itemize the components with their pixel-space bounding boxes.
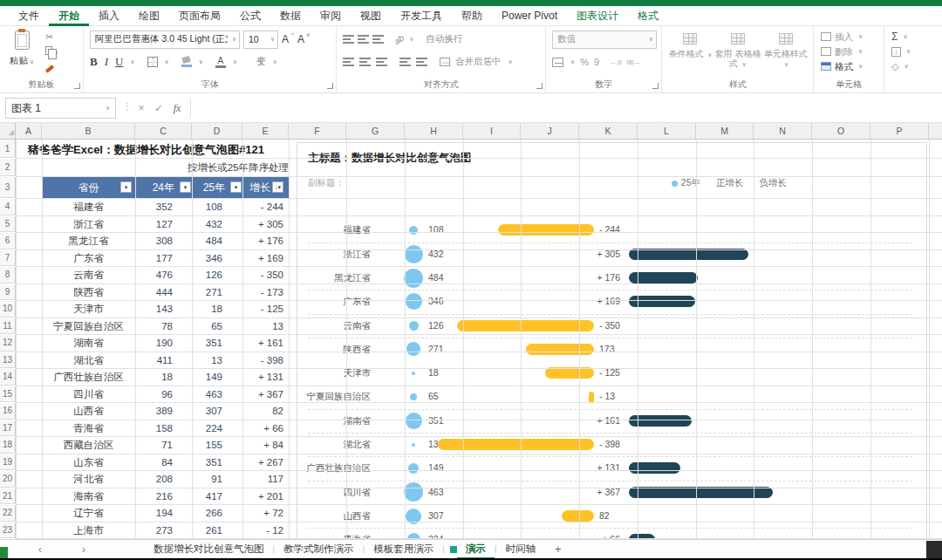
row-header-8[interactable]: 8 xyxy=(0,267,16,283)
dialog-launcher-icon[interactable] xyxy=(536,83,543,89)
row-header-15[interactable]: 15 xyxy=(0,386,16,403)
column-header-B[interactable]: B xyxy=(42,123,135,139)
cell-25year[interactable]: 271 xyxy=(192,284,222,302)
cell-25year[interactable]: 417 xyxy=(192,488,222,506)
chart-bubble[interactable] xyxy=(409,321,419,331)
legend-item-negative[interactable]: 负增长 xyxy=(760,177,788,189)
chart-bar-positive[interactable] xyxy=(629,296,695,307)
ribbon-tab-帮助[interactable]: 帮助 xyxy=(452,6,492,26)
align-bottom-icon[interactable] xyxy=(372,35,384,44)
chart-bar-positive[interactable] xyxy=(629,462,680,474)
ribbon-tab-公式[interactable]: 公式 xyxy=(230,6,270,26)
autosum-button[interactable]: Σ ∨ xyxy=(891,31,911,43)
row-header-2[interactable]: 2 xyxy=(0,159,16,176)
cell-province[interactable]: 山西省 xyxy=(42,403,135,420)
column-header-P[interactable]: P xyxy=(870,123,929,139)
align-top-icon[interactable] xyxy=(343,35,354,44)
row-header-6[interactable]: 6 xyxy=(0,233,16,249)
font-size-combo[interactable]: 10 ∨ xyxy=(243,31,278,49)
cell-province[interactable]: 福建省 xyxy=(42,199,135,216)
cell-province[interactable]: 宁夏回族自治区 xyxy=(42,318,135,336)
cell-24year[interactable]: 411 xyxy=(135,352,173,370)
cell-province[interactable]: 湖北省 xyxy=(42,352,135,370)
filter-icon[interactable]: ↓▾ xyxy=(272,181,283,193)
formula-bar-drag-handle[interactable]: ⋮ xyxy=(122,100,133,113)
cell-growth[interactable]: + 66 xyxy=(242,420,283,438)
format-cells-button[interactable]: 格式 ∨ xyxy=(821,60,863,72)
underline-button[interactable]: U xyxy=(115,55,123,69)
wrap-text-button[interactable]: 自动换行 xyxy=(426,33,462,45)
align-right-icon[interactable] xyxy=(376,58,387,66)
sheet-tab-模板套用演示[interactable]: 模板套用演示 xyxy=(365,540,442,559)
ribbon-tab-视图[interactable]: 视图 xyxy=(351,6,391,26)
fill-button[interactable]: ↓ ∨ xyxy=(891,45,911,58)
cell-province[interactable]: 上海市 xyxy=(42,522,135,540)
conditional-format-button[interactable]: 条件格式 ∨ xyxy=(666,32,714,69)
sheet-tab-演示[interactable]: 演示 xyxy=(457,540,495,559)
decrease-decimal-button[interactable]: 00→ xyxy=(626,58,639,66)
merge-center-button[interactable]: 合并后居中 xyxy=(455,56,502,68)
cell-province[interactable]: 浙江省 xyxy=(42,216,135,234)
borders-icon[interactable] xyxy=(147,57,158,67)
cell-growth[interactable]: + 161 xyxy=(242,335,283,352)
cell-24year[interactable]: 208 xyxy=(135,471,173,488)
cell-styles-button[interactable]: 单元格样式 ∨ xyxy=(761,32,809,69)
row-header-3[interactable]: 3 xyxy=(0,177,16,198)
chart-bar-negative[interactable] xyxy=(589,392,594,403)
enter-icon[interactable]: ✓ xyxy=(150,98,167,119)
format-painter-button[interactable] xyxy=(45,62,58,73)
ribbon-tab-审阅[interactable]: 审阅 xyxy=(311,6,351,26)
orientation-icon[interactable]: ab xyxy=(392,32,406,45)
chart-bubble[interactable] xyxy=(404,269,423,288)
column-header-E[interactable]: E xyxy=(242,123,289,139)
chart-bubble[interactable] xyxy=(405,245,423,263)
cell-24year[interactable]: 308 xyxy=(135,233,173,250)
chart-bubble[interactable] xyxy=(412,443,415,447)
chart-bar-negative[interactable] xyxy=(438,439,594,450)
chart-bar-positive[interactable] xyxy=(629,249,748,260)
copy-button[interactable]: ∨ xyxy=(45,46,58,58)
cell-24year[interactable]: 84 xyxy=(135,454,173,472)
cell-24year[interactable]: 71 xyxy=(135,437,173,454)
cell-25year[interactable]: 307 xyxy=(192,403,222,420)
chart-bubble[interactable] xyxy=(406,413,422,429)
increase-indent-icon[interactable] xyxy=(416,58,427,66)
column-header-G[interactable]: G xyxy=(346,123,405,139)
cell-25year[interactable]: 266 xyxy=(192,505,222,522)
chart-bubble[interactable] xyxy=(410,393,417,400)
cell-province[interactable]: 河北省 xyxy=(42,471,135,488)
row-header-7[interactable]: 7 xyxy=(0,250,16,267)
cell-24year[interactable]: 127 xyxy=(135,216,173,234)
chart-bubble[interactable] xyxy=(406,342,420,356)
cell-province[interactable]: 山东省 xyxy=(42,454,135,472)
cut-button[interactable]: ✂ xyxy=(45,31,58,43)
row-header-16[interactable]: 16 xyxy=(0,403,16,420)
cell-24year[interactable]: 444 xyxy=(135,284,173,302)
cell-25year[interactable]: 346 xyxy=(192,250,222,268)
row-header-13[interactable]: 13 xyxy=(0,352,16,369)
cell-growth[interactable]: - 125 xyxy=(242,301,283,318)
row-header-20[interactable]: 20 xyxy=(0,471,16,488)
column-header-O[interactable]: O xyxy=(812,123,870,139)
column-header-K[interactable]: K xyxy=(579,123,638,139)
row-header-14[interactable]: 14 xyxy=(0,369,16,386)
number-format-combo[interactable]: 数值 ∨ xyxy=(552,31,657,49)
column-header-I[interactable]: I xyxy=(463,123,521,139)
chart-bar-positive[interactable] xyxy=(629,272,698,283)
font-color-icon[interactable]: A xyxy=(215,57,226,68)
ribbon-tab-开始[interactable]: 开始 xyxy=(49,6,89,26)
chart-bubble[interactable] xyxy=(412,372,415,375)
cell-24year[interactable]: 194 xyxy=(135,505,173,522)
add-sheet-button[interactable]: + xyxy=(544,543,572,556)
row-header-22[interactable]: 22 xyxy=(0,505,16,522)
row-header-1[interactable]: 1 xyxy=(0,140,16,158)
ribbon-tab-Power Pivot[interactable]: Power Pivot xyxy=(492,6,567,26)
dialog-launcher-icon[interactable] xyxy=(74,83,80,89)
column-header-M[interactable]: M xyxy=(696,123,754,139)
chart-bar-negative[interactable] xyxy=(562,510,594,522)
accounting-format-icon[interactable] xyxy=(552,58,563,67)
sheet-tab-教学式制作演示[interactable]: 教学式制作演示 xyxy=(275,540,363,559)
cell-25year[interactable]: 155 xyxy=(192,437,222,454)
select-all-corner[interactable]: ◢ xyxy=(0,123,16,139)
cell-growth[interactable]: 82 xyxy=(242,403,283,420)
